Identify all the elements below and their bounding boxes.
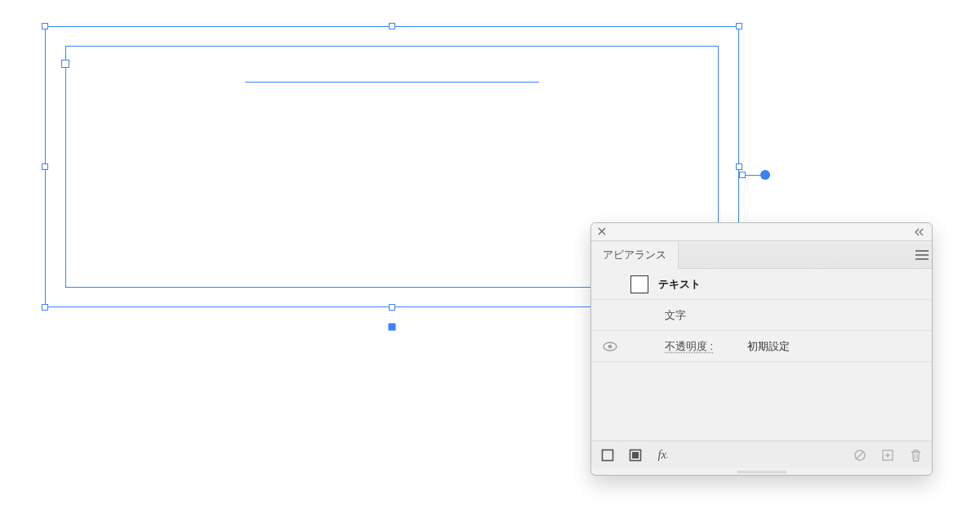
handle-top-left[interactable] [42, 23, 48, 29]
appearance-panel[interactable]: アピアランス テキスト 文字 不透明度 : 初期設定 [590, 222, 933, 476]
clear-appearance-icon[interactable] [852, 447, 868, 463]
tab-appearance[interactable]: アピアランス [591, 242, 679, 269]
add-effect-icon[interactable]: fx. [655, 447, 671, 463]
new-fill-icon[interactable] [627, 447, 644, 463]
text-in-port[interactable] [61, 60, 69, 68]
panel-menu-icon[interactable] [912, 241, 932, 268]
visibility-toggle[interactable] [599, 342, 621, 351]
handle-top-right[interactable] [736, 23, 742, 29]
opacity-value[interactable]: 初期設定 [747, 339, 790, 354]
duplicate-item-icon[interactable] [880, 447, 896, 463]
appearance-opacity-row[interactable]: 不透明度 : 初期設定 [591, 331, 932, 362]
panel-resize-grip[interactable] [591, 468, 932, 475]
item-name: テキスト [658, 277, 701, 292]
text-out-port[interactable] [739, 170, 770, 180]
text-baseline [245, 82, 539, 83]
anchor-origin-indicator[interactable] [389, 324, 396, 331]
collapse-icon[interactable] [914, 228, 925, 236]
svg-point-1 [608, 344, 612, 348]
out-port-square [739, 172, 746, 178]
handle-mid-right[interactable] [736, 163, 742, 170]
appearance-list: テキスト 文字 不透明度 : 初期設定 [591, 269, 932, 441]
out-port-connector [746, 175, 760, 176]
handle-bottom-mid[interactable] [389, 304, 395, 311]
svg-rect-2 [603, 450, 613, 460]
panel-tabbar: アピアランス [591, 241, 932, 269]
handle-mid-left[interactable] [42, 163, 48, 170]
svg-rect-4 [632, 452, 639, 459]
handle-top-mid[interactable] [389, 23, 395, 29]
appearance-characters[interactable]: 文字 [591, 300, 932, 331]
close-icon[interactable] [598, 227, 608, 237]
appearance-item-selected[interactable]: テキスト [591, 269, 932, 300]
panel-titlebar[interactable] [591, 223, 932, 241]
fill-swatch[interactable] [630, 275, 648, 293]
new-stroke-icon[interactable] [599, 447, 616, 463]
svg-line-6 [857, 451, 863, 458]
out-port-endpoint [760, 170, 770, 180]
panel-footer: fx. [591, 441, 932, 468]
handle-bottom-left[interactable] [42, 304, 48, 311]
tab-appearance-label: アピアランス [603, 248, 666, 262]
characters-label: 文字 [630, 308, 686, 323]
delete-item-icon[interactable] [907, 447, 924, 463]
opacity-label: 不透明度 : [630, 339, 713, 354]
